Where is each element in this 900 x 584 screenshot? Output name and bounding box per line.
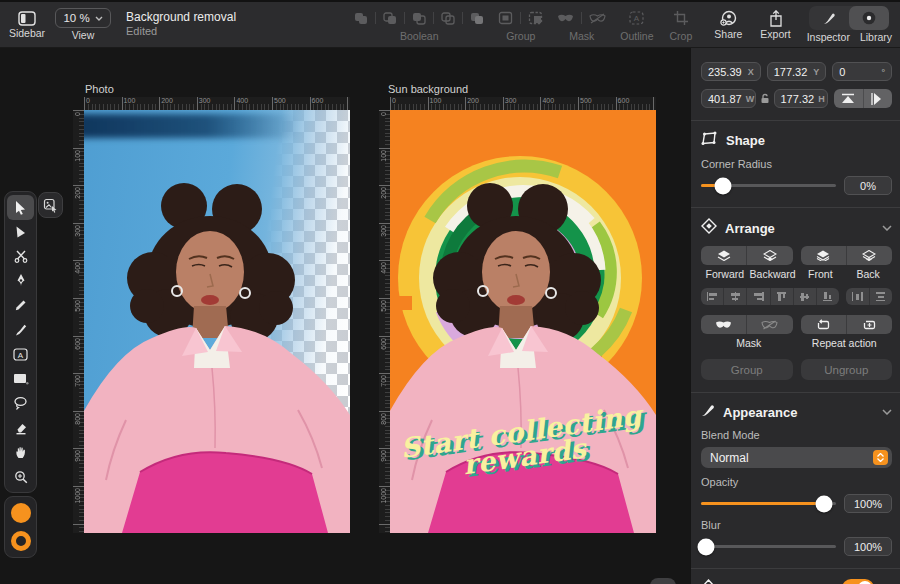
- arrange-section-title: Arrange: [725, 221, 874, 236]
- blur-value[interactable]: 100%: [844, 537, 892, 556]
- boolean-group: Boolean: [354, 2, 484, 47]
- appearance-icon: [701, 403, 715, 421]
- svg-text:A: A: [18, 350, 24, 359]
- apply-mask-button[interactable]: [701, 315, 746, 334]
- node-select-tool[interactable]: [7, 220, 34, 245]
- boolean-divide-icon[interactable]: [470, 12, 484, 25]
- outline-tool: A Outline: [620, 2, 653, 47]
- pencil-tool[interactable]: [7, 293, 34, 318]
- artboard-title-sun[interactable]: Sun background: [388, 83, 468, 95]
- help-button[interactable]: ?: [650, 578, 676, 584]
- inspector-icon: [823, 12, 836, 25]
- selection-options-button[interactable]: [38, 192, 63, 218]
- repeat-segment-label: Repeat action: [797, 337, 893, 349]
- x-position-field[interactable]: 235.39 X: [701, 62, 761, 81]
- boolean-group-label: Boolean: [400, 31, 439, 42]
- share-button[interactable]: Share: [714, 2, 742, 47]
- boolean-union-icon[interactable]: [354, 12, 368, 25]
- fill-icon: [701, 579, 716, 584]
- fill-color-swatch[interactable]: [11, 503, 31, 523]
- group-button[interactable]: Group: [701, 359, 793, 380]
- opacity-label: Opacity: [701, 476, 892, 488]
- artboard-photo[interactable]: [84, 110, 350, 533]
- y-position-field[interactable]: 177.32 Y: [767, 62, 827, 81]
- opacity-slider[interactable]: [701, 502, 836, 505]
- flip-buttons: [834, 89, 892, 108]
- mask-icon[interactable]: [557, 13, 574, 24]
- scissors-tool[interactable]: [7, 244, 34, 269]
- library-tab[interactable]: [849, 6, 889, 30]
- repeat-plus-button[interactable]: [846, 315, 892, 334]
- arrange-collapse-chevron-icon[interactable]: [882, 225, 892, 231]
- distribute-vertical-button[interactable]: [869, 288, 893, 305]
- inspector-tab[interactable]: [809, 6, 849, 30]
- boolean-intersect-icon[interactable]: [412, 12, 426, 25]
- zoom-view-control[interactable]: 10 % View: [54, 2, 112, 47]
- outline-icon[interactable]: A: [629, 11, 644, 25]
- align-top-button[interactable]: [770, 288, 793, 305]
- stroke-color-swatch[interactable]: [11, 531, 31, 551]
- align-left-button[interactable]: [701, 288, 723, 305]
- fill-toggle[interactable]: [842, 579, 874, 584]
- share-label: Share: [714, 29, 742, 40]
- artboard-title-photo[interactable]: Photo: [85, 83, 114, 95]
- share-icon: [720, 10, 737, 27]
- distribute-horizontal-button[interactable]: [846, 288, 869, 305]
- bring-to-front-button[interactable]: [801, 246, 846, 265]
- aspect-lock-icon[interactable]: [760, 90, 770, 108]
- opacity-value[interactable]: 100%: [844, 494, 892, 513]
- ungroup-button[interactable]: Ungroup: [801, 359, 893, 380]
- unmask-icon[interactable]: [589, 13, 606, 24]
- blur-slider[interactable]: [701, 545, 836, 548]
- ungroup-icon[interactable]: [528, 11, 543, 25]
- bring-forward-button[interactable]: [701, 246, 746, 265]
- send-backward-button[interactable]: [746, 246, 792, 265]
- eraser-tool[interactable]: [7, 416, 34, 441]
- blur-label: Blur: [701, 519, 892, 531]
- group-icon[interactable]: [498, 11, 513, 25]
- align-middle-v-button[interactable]: [793, 288, 816, 305]
- align-center-h-button[interactable]: [723, 288, 746, 305]
- view-label: View: [72, 30, 95, 41]
- brush-tool[interactable]: [7, 318, 34, 343]
- align-bottom-button[interactable]: [816, 288, 839, 305]
- crop-tool: Crop: [670, 2, 693, 47]
- text-tool[interactable]: A: [7, 342, 34, 367]
- document-title-block: Background removal Edited: [126, 2, 236, 47]
- shape-section-title: Shape: [726, 133, 892, 148]
- corner-radius-slider[interactable]: [701, 184, 836, 187]
- export-button[interactable]: Export: [760, 2, 790, 47]
- crop-label: Crop: [670, 31, 693, 42]
- ruler-vertical-sun: 01002003004005006007008009001000: [379, 110, 390, 533]
- select-tool[interactable]: [7, 195, 34, 220]
- appearance-collapse-chevron-icon[interactable]: [882, 409, 892, 415]
- front-label: Front: [797, 268, 845, 280]
- rotation-field[interactable]: 0 °: [832, 62, 892, 81]
- zoom-tool[interactable]: [7, 465, 34, 490]
- shape-tool[interactable]: [7, 367, 34, 392]
- inspector-panel: 235.39 X 177.32 Y 0 ° 401.87 W 177.32 H: [690, 48, 900, 584]
- blend-mode-dropdown[interactable]: Normal: [701, 447, 892, 468]
- repeat-action-button[interactable]: [801, 315, 846, 334]
- lasso-tool[interactable]: [7, 391, 34, 416]
- corner-radius-value[interactable]: 0%: [844, 176, 892, 195]
- send-to-back-button[interactable]: [846, 246, 892, 265]
- artboard-sun-background[interactable]: Start collecting rewards: [390, 110, 656, 533]
- canvas-area[interactable]: Photo 0100200300400500600 01002003004005…: [0, 48, 690, 584]
- align-right-button[interactable]: [746, 288, 769, 305]
- flip-horizontal-button[interactable]: [864, 89, 893, 108]
- flip-vertical-button[interactable]: [834, 89, 864, 108]
- pen-tool[interactable]: [7, 269, 34, 294]
- backward-label: Backward: [749, 268, 797, 280]
- photo-person-image[interactable]: [84, 110, 350, 533]
- boolean-exclude-icon[interactable]: [441, 12, 455, 25]
- width-field[interactable]: 401.87 W: [701, 89, 756, 108]
- release-mask-button[interactable]: [746, 315, 792, 334]
- crop-icon[interactable]: [674, 11, 688, 25]
- height-unit-label: H: [818, 94, 825, 104]
- sidebar-toggle-button[interactable]: Sidebar: [0, 2, 54, 47]
- height-field[interactable]: 177.32 H: [774, 89, 829, 108]
- hand-tool[interactable]: [7, 440, 34, 465]
- library-tab-label: Library: [860, 32, 892, 43]
- boolean-subtract-icon[interactable]: [383, 12, 397, 25]
